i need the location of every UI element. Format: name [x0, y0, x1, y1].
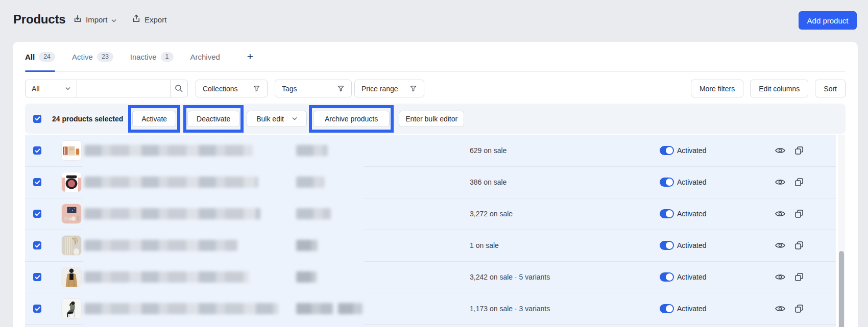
search-button[interactable] — [170, 80, 187, 97]
price-range-filter[interactable]: Price range — [354, 80, 424, 97]
duplicate-icon — [794, 272, 804, 282]
status-toggle[interactable] — [660, 304, 674, 313]
edit-columns-button[interactable]: Edit columns — [750, 80, 808, 97]
import-button[interactable]: Import — [73, 14, 116, 25]
search-category-value: All — [32, 85, 40, 93]
products-card: All24Active23Inactive1Archived+ All Coll… — [13, 42, 858, 327]
collections-filter[interactable]: Collections — [196, 80, 268, 97]
on-sale-count: 386 on sale — [470, 166, 507, 198]
scrollbar-track[interactable] — [838, 135, 845, 327]
export-label: Export — [144, 15, 166, 24]
on-sale-count: 1 on sale — [470, 230, 499, 261]
status-toggle[interactable] — [660, 241, 674, 250]
duplicate-button[interactable] — [794, 177, 804, 189]
duplicate-icon — [794, 304, 804, 314]
page-title: Products — [13, 12, 65, 27]
tab-label: Archived — [190, 53, 220, 61]
eye-icon — [775, 145, 786, 156]
chevron-down-icon — [65, 87, 70, 90]
select-all-checkbox[interactable] — [33, 115, 41, 123]
duplicate-button[interactable] — [794, 272, 804, 284]
product-thumbnail — [61, 172, 82, 192]
eye-icon — [775, 304, 786, 314]
tab-label: Active — [72, 53, 93, 61]
preview-button[interactable] — [775, 272, 786, 284]
product-thumbnail — [61, 204, 82, 224]
eye-icon — [775, 240, 786, 250]
row-checkbox[interactable] — [33, 241, 41, 249]
status-toggle[interactable] — [660, 178, 674, 187]
search-input[interactable] — [77, 80, 170, 97]
row-checkbox[interactable] — [33, 305, 41, 313]
product-thumbnail — [61, 298, 82, 319]
status-toggle[interactable] — [660, 272, 674, 282]
tab-count-badge: 24 — [39, 52, 55, 62]
product-thumbnail — [61, 140, 82, 161]
search-category-select[interactable]: All — [26, 80, 77, 97]
tab-all[interactable]: All24 — [25, 42, 55, 71]
product-sku-redacted — [296, 208, 331, 219]
archive-products-button[interactable]: Archive products — [313, 111, 390, 127]
row-checkbox[interactable] — [33, 146, 41, 155]
bulk-action-bar: 24 products selected ActivateDeactivateB… — [25, 104, 846, 134]
product-sku-redacted — [296, 303, 333, 314]
product-sku-redacted — [338, 303, 363, 314]
product-sku-redacted — [296, 145, 328, 156]
eye-icon — [775, 177, 786, 187]
status-toggle[interactable] — [660, 209, 674, 218]
row-checkbox[interactable] — [33, 178, 41, 186]
top-bar: Products Import Export Add product — [0, 0, 868, 42]
tab-inactive[interactable]: Inactive1 — [130, 42, 174, 71]
duplicate-button[interactable] — [794, 209, 804, 221]
search-icon — [175, 84, 183, 93]
more-filters-button[interactable]: More filters — [691, 80, 743, 97]
preview-button[interactable] — [775, 145, 786, 158]
product-sku-redacted — [296, 177, 324, 188]
product-row: 3,272 on saleActivated — [25, 198, 836, 230]
enter-bulk-editor-button[interactable]: Enter bulk editor — [399, 111, 464, 127]
tab-count-badge: 23 — [97, 52, 113, 62]
deactivate-button[interactable]: Deactivate — [187, 111, 239, 127]
button-label: Archive products — [325, 115, 378, 123]
preview-button[interactable] — [775, 304, 786, 316]
chevron-down-icon — [292, 117, 297, 120]
product-row: 1 on saleActivated — [25, 230, 836, 261]
row-checkbox[interactable] — [33, 273, 41, 281]
tags-filter[interactable]: Tags — [275, 80, 352, 97]
scrollbar-thumb[interactable] — [839, 251, 844, 327]
sort-button[interactable]: Sort — [815, 80, 846, 97]
export-button[interactable]: Export — [132, 14, 166, 25]
preview-button[interactable] — [775, 240, 786, 253]
preview-button[interactable] — [775, 177, 786, 189]
view-tabs: All24Active23Inactive1Archived+ — [25, 42, 846, 72]
tab-archived[interactable]: Archived — [190, 42, 220, 71]
bulk-edit-button[interactable]: Bulk edit — [247, 111, 307, 127]
product-row: 3,242 on sale · 5 variantsActivated — [25, 261, 836, 293]
tab-count-badge: 1 — [161, 52, 174, 62]
row-checkbox[interactable] — [33, 210, 41, 218]
product-name-redacted — [84, 271, 249, 283]
duplicate-button[interactable] — [794, 145, 804, 158]
product-name-redacted — [84, 177, 258, 188]
duplicate-icon — [794, 177, 804, 187]
status-label: Activated — [677, 293, 707, 324]
activate-button[interactable]: Activate — [132, 111, 176, 127]
status-label: Activated — [677, 166, 707, 198]
product-row: 386 on saleActivated — [25, 166, 836, 198]
duplicate-button[interactable] — [794, 304, 804, 316]
product-row: 629 on saleActivated — [25, 135, 836, 166]
preview-button[interactable] — [775, 209, 786, 221]
product-name-redacted — [84, 145, 253, 156]
tab-active[interactable]: Active23 — [72, 42, 113, 71]
status-toggle[interactable] — [660, 146, 674, 155]
filter-label: Price range — [361, 85, 398, 93]
add-product-button[interactable]: Add product — [799, 11, 857, 30]
funnel-icon — [337, 85, 345, 92]
duplicate-button[interactable] — [794, 240, 804, 253]
add-view-button[interactable]: + — [247, 51, 253, 63]
on-sale-count: 3,242 on sale · 5 variants — [470, 261, 550, 293]
filter-label: Tags — [282, 85, 297, 93]
status-label: Activated — [677, 230, 707, 261]
product-sku-redacted — [296, 240, 318, 251]
selected-count-label: 24 products selected — [52, 115, 123, 123]
